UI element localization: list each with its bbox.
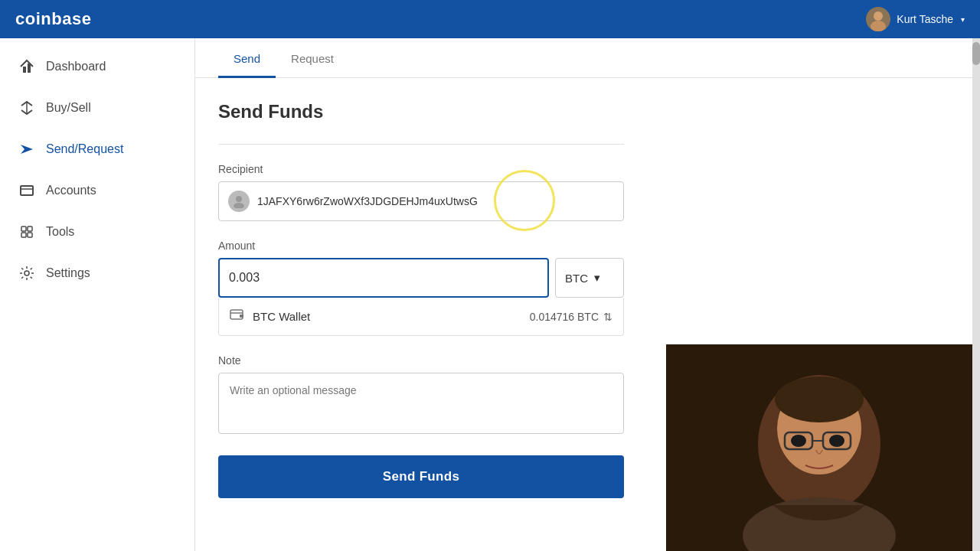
sidebar-item-dashboard-label: Dashboard	[46, 60, 106, 73]
user-menu[interactable]: Kurt Tasche ▾	[866, 7, 965, 31]
tools-icon	[18, 223, 35, 240]
send-icon	[18, 141, 35, 158]
page-title: Send Funds	[218, 101, 624, 122]
svg-rect-6	[21, 186, 33, 195]
avatar	[866, 7, 890, 31]
amount-row: BTC ▾	[218, 258, 624, 298]
wallet-balance-value: 0.014716 BTC	[530, 311, 599, 323]
svg-rect-11	[28, 233, 32, 237]
svg-rect-10	[21, 233, 26, 237]
svg-point-24	[829, 435, 844, 447]
sidebar-item-dashboard[interactable]: Dashboard	[0, 46, 194, 87]
sidebar: Dashboard Buy/Sell Send/Request	[0, 38, 195, 551]
svg-point-14	[234, 203, 244, 208]
wallet-name: BTC Wallet	[253, 310, 310, 323]
note-label: Note	[218, 354, 624, 367]
tab-bar: Send Request	[195, 38, 972, 78]
currency-label: BTC	[565, 272, 588, 285]
recipient-label: Recipient	[218, 163, 624, 175]
main-content: Send Request Send Funds Recipient Amount	[195, 38, 972, 551]
wallet-chevron-icon: ⇅	[603, 311, 612, 323]
sidebar-item-buysell[interactable]: Buy/Sell	[0, 87, 194, 129]
tab-send[interactable]: Send	[218, 38, 276, 78]
tab-request[interactable]: Request	[276, 38, 349, 78]
sidebar-item-accounts[interactable]: Accounts	[0, 170, 194, 211]
amount-input-wrapper[interactable]	[218, 258, 549, 298]
currency-selector[interactable]: BTC ▾	[555, 258, 624, 298]
svg-point-23	[791, 435, 806, 447]
svg-rect-9	[28, 227, 32, 231]
send-form: Send Funds Recipient Amount	[195, 78, 647, 521]
amount-label: Amount	[218, 240, 624, 252]
header: coinbase Kurt Tasche ▾	[0, 0, 980, 38]
video-overlay	[666, 344, 972, 551]
svg-rect-8	[21, 227, 26, 231]
scrollbar[interactable]	[972, 38, 980, 551]
amount-input[interactable]	[229, 271, 538, 285]
body-layout: Dashboard Buy/Sell Send/Request	[0, 38, 980, 551]
sidebar-item-sendrequest-label: Send/Request	[46, 142, 123, 156]
logo: coinbase	[15, 9, 91, 29]
sidebar-item-settings[interactable]: Settings	[0, 253, 194, 294]
wallet-balance: 0.014716 BTC ⇅	[530, 311, 612, 323]
svg-point-13	[236, 196, 242, 202]
sidebar-item-tools-label: Tools	[46, 225, 74, 239]
sidebar-item-buysell-label: Buy/Sell	[46, 101, 91, 115]
settings-icon	[18, 265, 35, 282]
svg-point-25	[775, 377, 864, 422]
recipient-avatar-icon	[228, 191, 250, 212]
send-funds-button[interactable]: Send Funds	[218, 455, 624, 498]
user-name: Kurt Tasche	[897, 13, 953, 25]
svg-rect-2	[23, 67, 26, 73]
title-divider	[218, 144, 624, 145]
wallet-row[interactable]: BTC Wallet 0.014716 BTC ⇅	[218, 298, 624, 336]
recipient-input[interactable]	[257, 195, 614, 207]
sidebar-item-sendrequest[interactable]: Send/Request	[0, 129, 194, 170]
sidebar-item-settings-label: Settings	[46, 266, 90, 280]
dashboard-icon	[18, 58, 35, 75]
svg-rect-16	[240, 315, 243, 318]
svg-point-12	[24, 271, 29, 276]
note-textarea[interactable]	[218, 373, 624, 434]
wallet-left: BTC Wallet	[230, 307, 310, 326]
svg-point-1	[871, 21, 886, 31]
sidebar-item-accounts-label: Accounts	[46, 184, 96, 197]
currency-chevron-icon: ▾	[594, 271, 600, 285]
recipient-field[interactable]	[218, 181, 624, 221]
sidebar-item-tools[interactable]: Tools	[0, 211, 194, 253]
svg-point-0	[874, 11, 883, 21]
buysell-icon	[18, 99, 35, 116]
user-chevron-icon: ▾	[961, 15, 965, 24]
wallet-icon	[230, 307, 245, 326]
svg-rect-3	[28, 64, 31, 73]
accounts-icon	[18, 182, 35, 199]
